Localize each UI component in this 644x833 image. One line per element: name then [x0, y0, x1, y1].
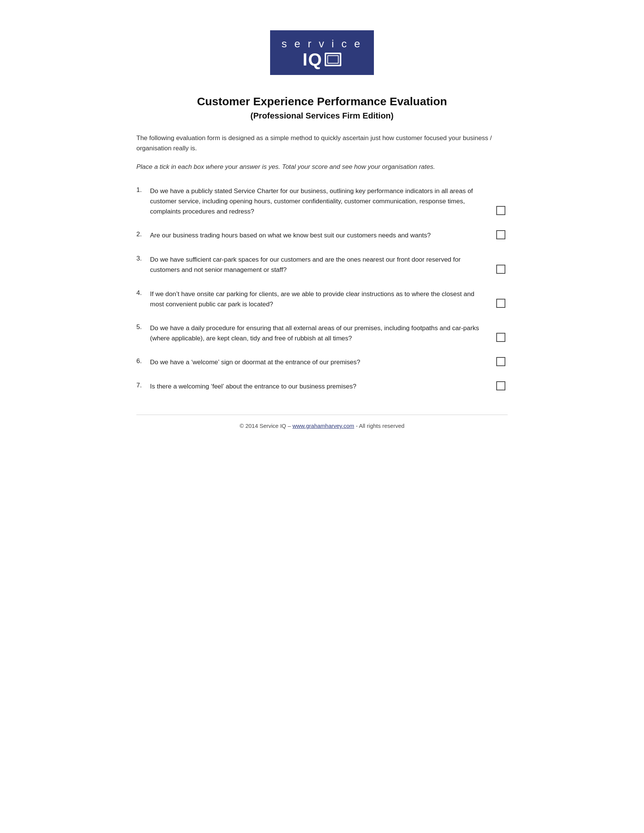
questions-list: 1. Do we have a publicly stated Service …	[136, 186, 508, 392]
question-text-1: Do we have a publicly stated Service Cha…	[150, 186, 494, 217]
question-item-4: 4. If we don’t have onsite car parking f…	[136, 289, 508, 309]
question-text-4: If we don’t have onsite car parking for …	[150, 289, 494, 309]
sub-title: (Professional Services Firm Edition)	[136, 111, 508, 121]
question-item-5: 5. Do we have a daily procedure for ensu…	[136, 323, 508, 343]
question-text-2: Are our business trading hours based on …	[150, 230, 494, 240]
question-number-2: 2.	[136, 230, 150, 238]
checkbox-1[interactable]	[496, 206, 506, 215]
intro-paragraph1: The following evaluation form is designe…	[136, 133, 508, 153]
question-number-6: 6.	[136, 357, 150, 365]
question-number-5: 5.	[136, 323, 150, 331]
logo-monitor-icon	[325, 53, 341, 66]
checkbox-col-3	[494, 265, 508, 275]
question-number-7: 7.	[136, 381, 150, 389]
footer-text-after: - All rights reserved	[354, 423, 404, 429]
intro-paragraph2: Place a tick in each box where your answ…	[136, 162, 508, 172]
checkbox-6[interactable]	[496, 357, 506, 366]
question-text-7: Is there a welcoming ‘feel’ about the en…	[150, 381, 494, 391]
question-number-3: 3.	[136, 254, 150, 262]
checkbox-col-1	[494, 206, 508, 217]
page: s e r v i c e IQ Customer Experience Per…	[114, 0, 530, 833]
question-text-6: Do we have a ‘welcome’ sign or doormat a…	[150, 357, 494, 367]
question-number-4: 4.	[136, 289, 150, 297]
footer-text-before: © 2014 Service IQ –	[240, 423, 292, 429]
checkbox-3[interactable]	[496, 265, 506, 274]
checkbox-col-5	[494, 333, 508, 343]
question-item-6: 6. Do we have a ‘welcome’ sign or doorma…	[136, 357, 508, 368]
checkbox-col-6	[494, 357, 508, 368]
question-text-3: Do we have sufficient car-park spaces fo…	[150, 254, 494, 275]
checkbox-2[interactable]	[496, 230, 506, 239]
question-item-3: 3. Do we have sufficient car-park spaces…	[136, 254, 508, 275]
checkbox-7[interactable]	[496, 381, 506, 391]
footer: © 2014 Service IQ – www.grahamharvey.com…	[136, 415, 508, 429]
logo-iq-text: IQ	[303, 51, 323, 68]
question-number-1: 1.	[136, 186, 150, 194]
logo-box: s e r v i c e IQ	[270, 30, 374, 75]
checkbox-4[interactable]	[496, 299, 506, 308]
checkbox-col-7	[494, 381, 508, 392]
logo-container: s e r v i c e IQ	[136, 30, 508, 75]
logo-monitor-screen	[327, 55, 339, 64]
checkbox-5[interactable]	[496, 333, 506, 342]
title-block: Customer Experience Performance Evaluati…	[136, 94, 508, 121]
logo-iq-row: IQ	[303, 51, 342, 68]
logo-service-text: s e r v i c e	[282, 39, 362, 49]
checkbox-col-2	[494, 230, 508, 241]
checkbox-col-4	[494, 299, 508, 309]
question-item-1: 1. Do we have a publicly stated Service …	[136, 186, 508, 217]
question-text-5: Do we have a daily procedure for ensurin…	[150, 323, 494, 343]
main-title: Customer Experience Performance Evaluati…	[136, 94, 508, 109]
question-item-2: 2. Are our business trading hours based …	[136, 230, 508, 241]
question-item-7: 7. Is there a welcoming ‘feel’ about the…	[136, 381, 508, 392]
footer-link[interactable]: www.grahamharvey.com	[293, 423, 354, 429]
